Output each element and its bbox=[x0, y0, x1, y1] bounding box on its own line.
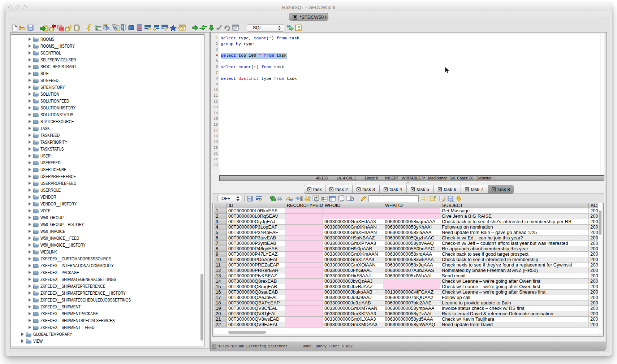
svg-text:66: 66 bbox=[287, 24, 291, 28]
svg-text:66: 66 bbox=[277, 196, 282, 201]
